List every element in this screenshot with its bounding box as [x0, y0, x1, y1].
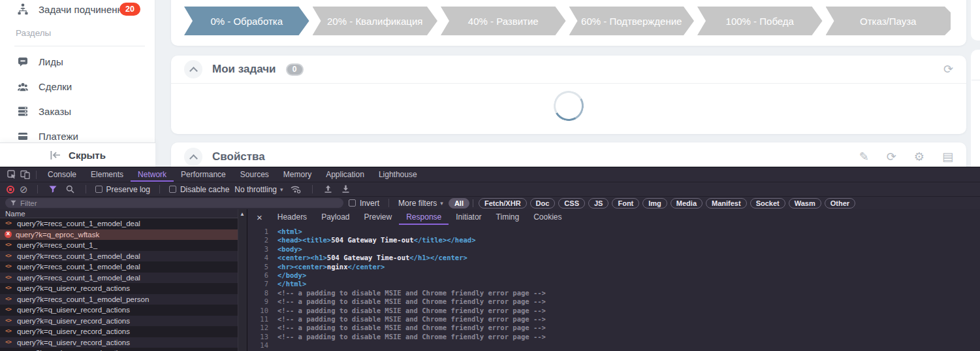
- detail-tab-label: Headers: [277, 212, 307, 222]
- refresh-icon[interactable]: ⟳: [887, 151, 896, 163]
- request-row[interactable]: query?k=recs_count_1_emodel_deal: [0, 261, 238, 273]
- sidebar-collapse-button[interactable]: Скрыть: [0, 142, 155, 167]
- right-panel-edge-bottom: [971, 50, 980, 167]
- devtools-tab[interactable]: Application: [319, 167, 371, 182]
- search-icon[interactable]: [64, 185, 76, 193]
- gear-icon[interactable]: ⚙: [914, 151, 925, 163]
- close-icon[interactable]: ×: [251, 212, 270, 223]
- filter-toggle-icon[interactable]: [47, 186, 59, 193]
- request-list-scrollbar[interactable]: ▲: [238, 209, 247, 351]
- devtools-tab-label: Sources: [240, 170, 269, 179]
- pipeline-stage[interactable]: 20% - Квалификация: [313, 7, 438, 35]
- export-har-icon[interactable]: [340, 185, 352, 193]
- sidebar-item-payments[interactable]: Платежи: [17, 131, 78, 142]
- sidebar-item-leads[interactable]: Лиды: [17, 56, 63, 67]
- type-filter-pill[interactable]: Font: [612, 198, 639, 209]
- type-filter-pill[interactable]: Manifest: [706, 198, 747, 209]
- checkbox[interactable]: [95, 186, 103, 193]
- preserve-log-checkbox[interactable]: Preserve log: [95, 185, 150, 194]
- type-filter-pill[interactable]: Media: [671, 198, 703, 209]
- request-type-pills: All Fetch/XHR Doc CSS JS Font Img Media …: [449, 198, 855, 209]
- import-har-icon[interactable]: [322, 185, 334, 193]
- network-conditions-icon[interactable]: [289, 185, 303, 193]
- sidebar-item-deals[interactable]: Сделки: [17, 81, 72, 92]
- type-filter-pill[interactable]: Fetch/XHR: [479, 198, 527, 209]
- type-filter-pill[interactable]: Other: [825, 198, 855, 209]
- sort-ascending-icon: ▲: [240, 211, 245, 217]
- type-filter-pill[interactable]: Img: [642, 198, 667, 209]
- pipeline-stage[interactable]: 60% - Подтверждение: [569, 7, 695, 35]
- detail-tab[interactable]: Payload: [314, 209, 356, 225]
- type-filter-pill[interactable]: All: [449, 198, 469, 209]
- type-filter-pill[interactable]: Socket: [750, 198, 785, 209]
- collapse-chevron-icon[interactable]: [184, 148, 202, 166]
- request-row[interactable]: query?k=recs_count_1_emodel_deal: [0, 218, 238, 229]
- request-row[interactable]: query?k=q_uiserv_record_actions: [0, 305, 238, 316]
- funnel-icon: [10, 200, 16, 206]
- filter-input[interactable]: [20, 199, 338, 207]
- request-row[interactable]: query?k=recs_count_1_emodel_deal: [0, 251, 238, 262]
- disable-cache-checkbox[interactable]: Disable cache: [169, 185, 229, 194]
- invert-checkbox[interactable]: Invert: [349, 199, 379, 208]
- detail-tab[interactable]: Headers: [270, 209, 314, 225]
- name-column-header[interactable]: Name: [0, 209, 238, 218]
- request-row[interactable]: query?k=recs_count_1_: [0, 240, 238, 251]
- devtools-tab[interactable]: Elements: [84, 167, 131, 182]
- filter-input-pill[interactable]: [5, 198, 343, 208]
- pill-label: All: [454, 199, 464, 207]
- devtools-tab[interactable]: Sources: [233, 167, 276, 182]
- type-filter-pill[interactable]: JS: [588, 198, 609, 209]
- sidebar-item-subordinate-tasks[interactable]: Задачи подчиненн...: [17, 3, 131, 15]
- pipeline-stage[interactable]: 100% - Победа: [697, 7, 823, 35]
- record-button[interactable]: [7, 186, 14, 193]
- collapse-chevron-icon[interactable]: [184, 60, 202, 78]
- detail-tab[interactable]: Response: [399, 209, 449, 225]
- more-filters-dropdown[interactable]: More filters ▾: [398, 199, 443, 208]
- request-row[interactable]: query?k=q_uiserv_record_actions: [0, 348, 238, 351]
- detail-tab[interactable]: Cookies: [526, 209, 569, 225]
- type-filter-pill[interactable]: Wasm: [789, 198, 821, 209]
- devtools-tab[interactable]: Network: [131, 167, 174, 182]
- pill-label: Other: [830, 199, 849, 207]
- checkbox[interactable]: [169, 186, 176, 193]
- inspect-element-icon[interactable]: [5, 170, 18, 179]
- devtools-tab[interactable]: Lighthouse: [371, 167, 424, 182]
- devtools-tab[interactable]: Console: [40, 167, 84, 182]
- pencil-icon[interactable]: ✎: [859, 151, 869, 163]
- device-toolbar-icon[interactable]: [18, 170, 32, 179]
- request-name: query?k=q_uiserv_record_actions: [17, 306, 130, 314]
- pipeline-stage[interactable]: 40% - Развитие: [441, 7, 566, 35]
- sidebar-item-orders[interactable]: Заказы: [17, 106, 71, 117]
- properties-header: Свойства ✎ ⟳ ⚙ ▤: [171, 142, 966, 167]
- refresh-icon[interactable]: ⟳: [943, 63, 953, 75]
- request-row[interactable]: query?k=recs_count_1_emodel_deal: [0, 273, 238, 284]
- pipeline-stage[interactable]: Отказ/Пауза: [826, 7, 951, 35]
- preserve-log-label: Preserve log: [106, 185, 150, 194]
- type-filter-pill[interactable]: Doc: [530, 198, 556, 209]
- list-box-icon[interactable]: ▤: [942, 151, 953, 163]
- sidebar-item-label: Лиды: [39, 56, 63, 67]
- request-row[interactable]: query?k=recs_count_1_emodel_person: [0, 294, 238, 305]
- clear-button[interactable]: ⊘: [20, 184, 28, 194]
- checkbox[interactable]: [349, 199, 356, 207]
- code-line: 1<html>: [247, 227, 980, 236]
- devtools-tab[interactable]: Performance: [174, 167, 233, 182]
- request-row[interactable]: query?k=q_uiserv_record_actions: [0, 316, 238, 327]
- pipeline-stage[interactable]: 0% - Обработка: [184, 7, 309, 35]
- throttling-dropdown[interactable]: No throttling ▾: [234, 185, 283, 194]
- devtools-tab[interactable]: Memory: [276, 167, 319, 182]
- detail-tab[interactable]: Preview: [357, 209, 400, 225]
- type-filter-pill[interactable]: CSS: [558, 198, 585, 209]
- request-row[interactable]: query?k=q_uiserv_record_actions: [0, 283, 238, 294]
- request-row[interactable]: query?k=q_uiserv_record_actions: [0, 337, 238, 348]
- request-row[interactable]: query?k=q_uiserv_record_actions: [0, 326, 238, 337]
- pill-label: JS: [594, 199, 603, 207]
- network-filter-bar: Invert More filters ▾ All Fetch/XHR Doc …: [0, 196, 980, 209]
- request-row[interactable]: query?k=q_eproc_wftask: [0, 229, 238, 241]
- detail-tab[interactable]: Timing: [489, 209, 527, 225]
- code-line: 2<head><title>504 Gateway Time-out</titl…: [247, 236, 980, 244]
- code-line: 12<!-- a padding to disable MSIE and Chr…: [247, 324, 980, 332]
- chat-bubble-icon: [17, 57, 29, 67]
- code-line: 13<!-- a padding to disable MSIE and Chr…: [247, 333, 980, 341]
- detail-tab[interactable]: Initiator: [449, 209, 488, 225]
